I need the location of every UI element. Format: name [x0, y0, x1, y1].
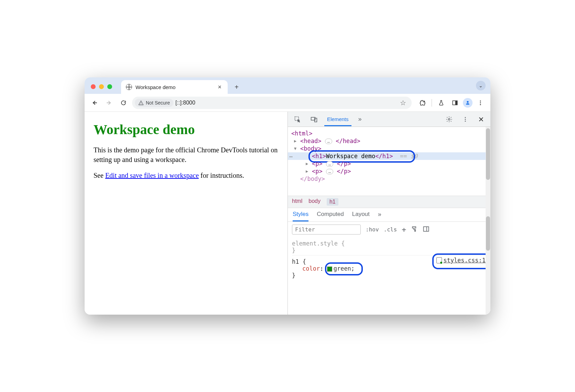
- svg-point-12: [465, 120, 466, 121]
- dom-node-head[interactable]: ▶<head> … </head>: [291, 137, 490, 145]
- labs-button[interactable]: [435, 97, 447, 109]
- toolbar-separator: [432, 99, 432, 107]
- omnibox[interactable]: Not Secure [::]:8000 ☆: [132, 97, 412, 109]
- page-heading: Workspace demo: [94, 121, 279, 138]
- devtools-close-button[interactable]: [475, 114, 487, 124]
- color-swatch[interactable]: [327, 266, 332, 272]
- svg-point-10: [465, 117, 466, 118]
- tab-elements[interactable]: Elements: [324, 114, 351, 126]
- subtab-layout[interactable]: Layout: [352, 211, 370, 221]
- puzzle-icon: [419, 100, 425, 106]
- toolbar-right: [416, 97, 486, 109]
- dom-node-body[interactable]: ▼<body>: [291, 145, 490, 152]
- back-button[interactable]: [89, 97, 100, 109]
- subtab-computed[interactable]: Computed: [317, 211, 344, 221]
- dom-node-p1[interactable]: ▶<p> … </p>: [291, 160, 490, 167]
- gear-icon: [446, 116, 453, 123]
- devtools-panel: Elements » <html> ▶<head> … </head> ▼<bo…: [288, 112, 490, 315]
- prop-value-green: green;: [334, 265, 355, 272]
- page-paragraph-2: See Edit and save files in a workspace f…: [94, 171, 279, 180]
- tab-title: Workspace demo: [135, 84, 213, 90]
- rule-element-style[interactable]: element.style { }: [292, 239, 486, 255]
- kebab-icon: [477, 100, 484, 106]
- crumb-h1[interactable]: h1: [327, 198, 338, 206]
- close-brace: }: [292, 272, 486, 279]
- panel-icon: [452, 100, 458, 106]
- format-button[interactable]: [411, 226, 418, 234]
- declaration-color[interactable]: color: green;: [292, 265, 486, 272]
- new-rule-button[interactable]: +: [402, 225, 406, 234]
- browser-toolbar: Not Secure [::]:8000 ☆: [85, 94, 490, 112]
- hov-toggle[interactable]: :hov: [366, 226, 379, 233]
- devtools-tab-bar: Elements »: [288, 112, 490, 127]
- devtools-menu-button[interactable]: [459, 114, 471, 124]
- inspect-icon: [294, 116, 301, 123]
- dom-breadcrumb: html body h1: [288, 196, 490, 208]
- chrome-menu-button[interactable]: [475, 97, 486, 109]
- crumb-body[interactable]: body: [308, 198, 321, 206]
- content-area: Workspace demo This is the demo page for…: [85, 112, 490, 315]
- svg-rect-13: [424, 227, 429, 231]
- rendered-page: Workspace demo This is the demo page for…: [85, 112, 288, 315]
- para2-suffix: for instructions.: [199, 172, 244, 179]
- arrow-right-icon: [106, 100, 112, 106]
- extensions-button[interactable]: [416, 97, 428, 109]
- person-icon: [465, 100, 470, 106]
- tab-list-button[interactable]: ⌄: [476, 81, 486, 90]
- url-text: [::]:8000: [175, 100, 195, 106]
- subtab-more[interactable]: »: [378, 211, 381, 221]
- profile-button[interactable]: [463, 98, 473, 108]
- tab-close-button[interactable]: ×: [216, 84, 223, 91]
- window-close-button[interactable]: [91, 84, 96, 89]
- window-zoom-button[interactable]: [107, 84, 112, 89]
- prop-name-color: color: [302, 265, 320, 272]
- svg-point-11: [465, 119, 466, 120]
- panel-right-icon: [423, 226, 430, 232]
- not-secure-label: Not Secure: [146, 100, 170, 106]
- more-tabs-button[interactable]: »: [356, 113, 365, 125]
- scroll-thumb[interactable]: [486, 128, 490, 180]
- dom-node-html[interactable]: <html>: [291, 130, 490, 137]
- devices-icon: [311, 116, 317, 123]
- bookmark-button[interactable]: ☆: [400, 99, 406, 107]
- styles-toolbar: :hov .cls +: [288, 222, 490, 237]
- element-style-selector: element.style {: [292, 240, 486, 247]
- computed-panel-button[interactable]: [423, 226, 430, 234]
- svg-point-9: [448, 118, 450, 120]
- crumb-html[interactable]: html: [292, 198, 302, 206]
- browser-window: Workspace demo × + ⌄ Not Secure [::]:800…: [85, 77, 490, 315]
- close-icon: [478, 116, 484, 122]
- warning-triangle-icon: [138, 100, 144, 106]
- side-panel-button[interactable]: [449, 97, 461, 109]
- cls-toggle[interactable]: .cls: [384, 226, 397, 233]
- styles-tab-bar: Styles Computed Layout »: [288, 208, 490, 222]
- tab-strip: Workspace demo × + ⌄: [85, 77, 490, 94]
- dom-node-body-close[interactable]: </body>: [291, 175, 490, 183]
- device-toolbar-button[interactable]: [308, 114, 320, 125]
- workspace-tutorial-link[interactable]: Edit and save files in a workspace: [105, 172, 199, 179]
- dom-tree[interactable]: <html> ▶<head> … </head> ▼<body> ⋯ <h1>W…: [288, 127, 490, 196]
- reload-button[interactable]: [118, 97, 129, 109]
- new-tab-button[interactable]: +: [231, 81, 242, 92]
- devtools-scrollbar[interactable]: [486, 127, 490, 315]
- scroll-thumb[interactable]: [486, 216, 490, 251]
- styles-filter-input[interactable]: [292, 225, 361, 235]
- svg-point-0: [141, 104, 141, 104]
- svg-point-4: [480, 102, 481, 103]
- svg-point-3: [480, 100, 481, 101]
- forward-button[interactable]: [103, 97, 115, 109]
- devtools-settings-button[interactable]: [443, 114, 455, 125]
- dom-node-p2[interactable]: ▶<p> … </p>: [291, 167, 490, 175]
- traffic-lights: [91, 84, 112, 89]
- page-paragraph-1: This is the demo page for the official C…: [94, 145, 279, 164]
- window-minimize-button[interactable]: [99, 84, 104, 89]
- security-chip[interactable]: Not Secure: [135, 99, 173, 107]
- inspect-element-button[interactable]: [291, 114, 304, 125]
- row-actions-button[interactable]: ⋯: [289, 153, 293, 160]
- paint-icon: [411, 226, 418, 232]
- source-link[interactable]: styles.css:1: [436, 257, 486, 264]
- browser-tab[interactable]: Workspace demo ×: [121, 80, 228, 94]
- subtab-styles[interactable]: Styles: [293, 211, 308, 221]
- rule-h1[interactable]: styles.css:1 h1 { color: green; }: [292, 255, 486, 280]
- dom-node-h1-selected[interactable]: ⋯ <h1>Workspace demo</h1> == $0: [288, 152, 490, 160]
